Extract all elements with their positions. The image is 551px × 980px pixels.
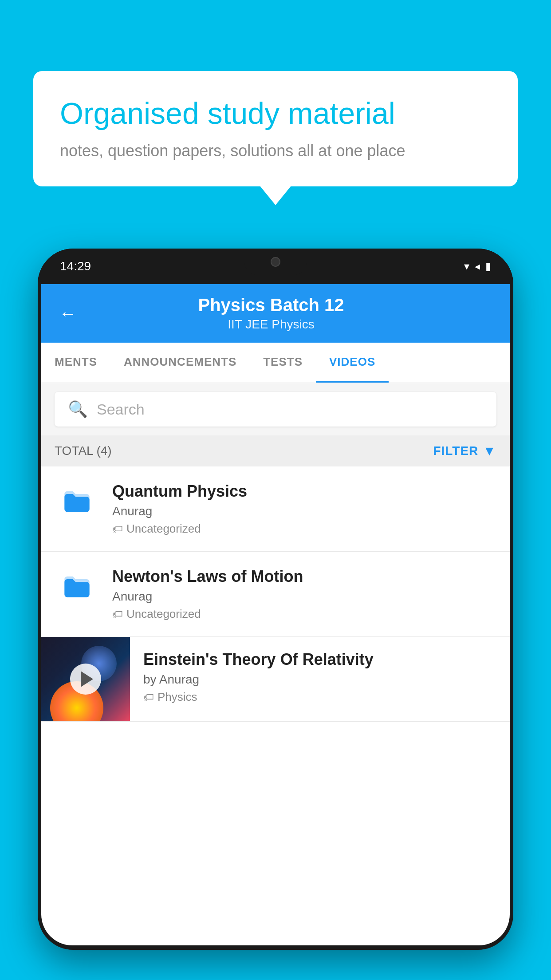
tab-tests[interactable]: TESTS: [250, 343, 316, 383]
video-info: Einstein's Theory Of Relativity by Anura…: [143, 637, 496, 717]
camera: [271, 257, 280, 267]
batch-tags: IIT JEE Physics: [90, 317, 452, 332]
tabs-bar: MENTS ANNOUNCEMENTS TESTS VIDEOS: [41, 343, 510, 383]
tab-announcements[interactable]: ANNOUNCEMENTS: [110, 343, 250, 383]
video-title: Newton's Laws of Motion: [112, 567, 496, 586]
video-author: Anurag: [112, 504, 496, 518]
video-info: Newton's Laws of Motion Anurag 🏷 Uncateg…: [112, 567, 496, 621]
notch: [244, 249, 307, 275]
file-icon-container: [55, 569, 99, 610]
signal-icon: ◂: [475, 260, 480, 273]
tag-icon: 🏷: [112, 523, 123, 535]
back-button[interactable]: ←: [59, 304, 77, 324]
video-author: Anurag: [112, 589, 496, 604]
list-item[interactable]: Quantum Physics Anurag 🏷 Uncategorized: [41, 466, 510, 552]
status-time: 14:29: [60, 259, 91, 273]
play-button[interactable]: [70, 664, 101, 695]
phone-container: 14:29 ▾ ◂ ▮ ← Physics Batch 12 IIT JEE P…: [38, 249, 513, 980]
tab-videos[interactable]: VIDEOS: [316, 343, 389, 383]
app-header: ← Physics Batch 12 IIT JEE Physics: [41, 284, 510, 343]
folder-icon: [60, 484, 94, 525]
filter-button[interactable]: FILTER ▼: [433, 443, 496, 458]
folder-icon: [60, 569, 94, 610]
video-thumbnail: [41, 637, 130, 721]
video-tag: 🏷 Uncategorized: [112, 607, 496, 621]
file-icon-container: [55, 484, 99, 525]
video-list: Quantum Physics Anurag 🏷 Uncategorized: [41, 466, 510, 722]
play-icon: [81, 671, 93, 687]
list-item[interactable]: Einstein's Theory Of Relativity by Anura…: [41, 637, 510, 722]
filter-row: TOTAL (4) FILTER ▼: [41, 435, 510, 466]
wifi-icon: ▾: [464, 260, 469, 273]
video-info: Quantum Physics Anurag 🏷 Uncategorized: [112, 482, 496, 536]
bubble-subtitle: notes, question papers, solutions all at…: [60, 140, 491, 162]
tag-label: Uncategorized: [126, 607, 201, 621]
tag-icon: 🏷: [143, 691, 154, 703]
batch-title: Physics Batch 12: [90, 295, 452, 315]
tag-label: Uncategorized: [126, 522, 201, 536]
search-icon: 🔍: [68, 400, 88, 419]
video-title: Quantum Physics: [112, 482, 496, 501]
tag-icon: 🏷: [112, 608, 123, 620]
phone-frame: 14:29 ▾ ◂ ▮ ← Physics Batch 12 IIT JEE P…: [38, 249, 513, 950]
video-title: Einstein's Theory Of Relativity: [143, 650, 496, 669]
search-bar[interactable]: 🔍 Search: [55, 392, 496, 427]
total-count: TOTAL (4): [55, 444, 112, 458]
battery-icon: ▮: [485, 260, 491, 273]
phone-screen: ← Physics Batch 12 IIT JEE Physics MENTS…: [41, 284, 510, 945]
speech-bubble: Organised study material notes, question…: [33, 71, 518, 186]
list-item[interactable]: Newton's Laws of Motion Anurag 🏷 Uncateg…: [41, 552, 510, 637]
tab-ments[interactable]: MENTS: [41, 343, 110, 383]
search-container: 🔍 Search: [41, 383, 510, 435]
bubble-title: Organised study material: [60, 95, 491, 132]
search-input-placeholder[interactable]: Search: [97, 401, 145, 418]
video-author: by Anurag: [143, 672, 496, 687]
video-tag: 🏷 Physics: [143, 690, 496, 704]
header-title-area: Physics Batch 12 IIT JEE Physics: [90, 295, 452, 332]
video-tag: 🏷 Uncategorized: [112, 522, 496, 536]
status-bar: 14:29 ▾ ◂ ▮: [38, 249, 513, 284]
tag-label: Physics: [157, 690, 197, 704]
filter-label: FILTER: [433, 444, 478, 458]
status-icons: ▾ ◂ ▮: [464, 260, 491, 273]
filter-icon: ▼: [483, 443, 496, 458]
speech-bubble-container: Organised study material notes, question…: [33, 71, 518, 186]
